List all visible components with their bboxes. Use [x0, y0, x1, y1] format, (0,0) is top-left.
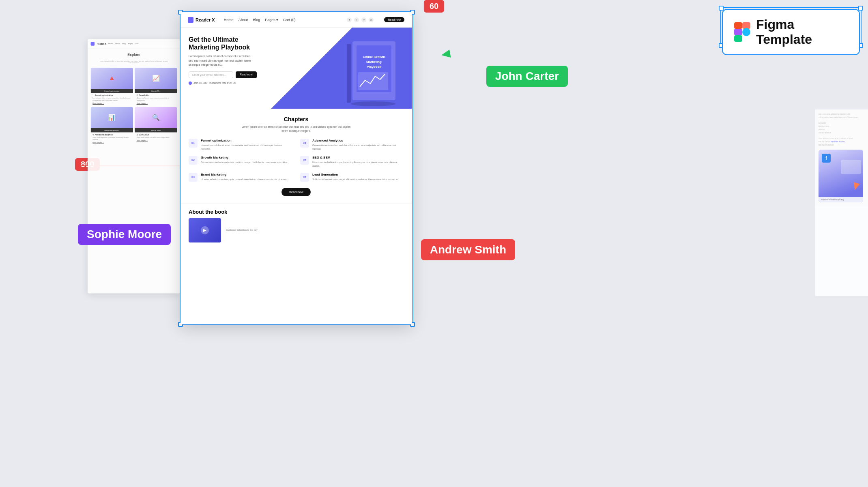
chapter-icon-5: 05 — [300, 156, 309, 165]
chapter-item-6: 06 Lead Generation Sollicitudin laoreet … — [300, 173, 404, 182]
bg-left-brand: Reader X — [97, 43, 106, 45]
bg-left-card-4: 🔍 SEO & SEM 5. SEO & SEM Justo morbi est… — [135, 107, 177, 145]
social-linkedin: in — [369, 17, 374, 22]
bg-right-content: arcu-arcu-urus adipiscing praesent velit… — [815, 109, 868, 206]
nav-cta-button[interactable]: Read now — [384, 17, 404, 22]
chapter-item-4: 04 Advanced Analytics Omare elementum di… — [300, 139, 404, 151]
bg-left-card-2: 📈 Growth M... 2. Growth Ma... Aliquet ni… — [135, 68, 177, 105]
svg-rect-2 — [734, 29, 742, 35]
main-page-nav-links[interactable]: Home About Blog Pages ▾ Cart (0) — [224, 18, 296, 22]
collab-label-andrew: Andrew Smith — [421, 239, 515, 260]
collab-label-john: John Carter — [486, 66, 568, 87]
chapter-icon-3: 03 — [189, 173, 198, 182]
figma-template-badge: Figma Template — [722, 9, 860, 55]
social-youtube: y — [361, 17, 366, 22]
svg-text:Ultime Growth: Ultime Growth — [363, 55, 385, 59]
svg-text:Playbook: Playbook — [367, 65, 381, 69]
bg-left-explore-sub: Lorem ipsum dolor sit amet consectetur o… — [88, 60, 180, 64]
svg-point-4 — [742, 28, 750, 36]
bg-left-nav: Reader X Home About Blog Pages Cart — [88, 39, 180, 49]
hero-left: Get the UltimateMarketing Playbook Lorem… — [189, 36, 343, 109]
chapter-content-2: Growth Marketing Consectetur molestie vu… — [201, 156, 288, 168]
hero-email-input[interactable]: Enter your email address... — [189, 71, 233, 78]
svg-text:Marketing: Marketing — [366, 60, 382, 64]
chapter-icon-4: 04 — [300, 139, 309, 148]
hero-title: Get the UltimateMarketing Playbook — [189, 36, 343, 51]
chapters-cta-button[interactable]: Read now — [281, 188, 311, 196]
figma-badge-label: Figma Template — [756, 17, 848, 47]
svg-rect-1 — [742, 22, 750, 29]
brand-icon — [188, 17, 193, 23]
selection-handle-figma-tl[interactable] — [719, 6, 724, 11]
main-page-nav: Reader X Home About Blog Pages ▾ Cart (0… — [180, 12, 412, 28]
bg-left-card-1: 🔺 Funnel optimization 1. Funnel optimiza… — [91, 68, 133, 105]
chapters-grid: 01 Funnel optimization Lorem ipsum dolor… — [189, 139, 404, 182]
chapters-title: Chapters — [189, 116, 404, 122]
bg-page-left: Reader X Home About Blog Pages Cart Expl… — [88, 39, 180, 294]
bg-left-card-1-title: 1. Funnel optimization — [91, 93, 133, 97]
chapter-item-1: 01 Funnel optimization Lorem ipsum dolor… — [189, 139, 292, 151]
book-illustration: Ultime Growth Marketing Playbook — [343, 36, 404, 113]
hero-right: Ultime Growth Marketing Playbook — [343, 36, 404, 109]
about-title: About the book — [189, 209, 404, 215]
bg-left-explore-title: Explore — [88, 48, 180, 60]
cursor-arrow-green — [440, 49, 451, 59]
chapter-item-3: 03 Brand Marketing Ut enim ad minim veni… — [189, 173, 292, 182]
bg-left-card-3-title: 4. Advanced analytics — [91, 133, 133, 137]
selection-handle-figma-tr[interactable] — [858, 6, 863, 11]
svg-rect-11 — [358, 72, 388, 90]
measurement-badge-top: 60 — [424, 0, 444, 13]
social-facebook: f — [347, 17, 352, 22]
chapter-content-1: Funnel optimization Lorem ipsum dolor si… — [201, 139, 292, 151]
svg-rect-0 — [734, 22, 742, 29]
chapter-content-4: Advanced Analytics Omare elementum diam … — [312, 139, 404, 151]
bg-left-card-3-label: Advanced Analytics — [91, 128, 133, 132]
bg-left-card-4-label: SEO & SEM — [135, 128, 177, 132]
main-page: Reader X Home About Blog Pages ▾ Cart (0… — [180, 12, 412, 324]
social-icons: f t y in — [347, 17, 374, 22]
chapter-content-3: Brand Marketing Ut enim ad minim veniam,… — [201, 173, 288, 182]
hero-input-row: Enter your email address... Read now — [189, 71, 343, 78]
social-twitter: t — [354, 17, 359, 22]
chapter-content-6: Lead Generation Sollicitudin laoreet rut… — [312, 173, 398, 182]
chapters-cta: Read now — [189, 187, 404, 196]
chapter-icon-1: 01 — [189, 139, 198, 148]
hero-trust: ✓ Join 10,000+ marketers that trust us — [189, 82, 343, 85]
hero-description: Lorem ipsum dolor sit amet consectetur o… — [189, 54, 254, 67]
chapter-icon-6: 06 — [300, 173, 309, 182]
chapter-icon-2: 02 — [189, 156, 198, 165]
svg-rect-3 — [734, 35, 742, 42]
hero-read-now-button[interactable]: Read now — [236, 71, 257, 78]
bg-left-card-3: 📊 Advanced Analytics 4. Advanced analyti… — [91, 107, 133, 145]
main-page-brand: Reader X — [188, 17, 215, 23]
bg-left-card-4-title: 5. SEO & SEM — [135, 133, 177, 137]
about-description: Customer retention is the key — [226, 228, 404, 232]
bg-right-card-text: Customer retention is the key — [821, 199, 861, 201]
chapters-subtitle: Lorem ipsum dolor sit amet consectetur o… — [239, 125, 353, 133]
bg-left-card-2-label: Growth M... — [135, 89, 177, 93]
figma-icon — [734, 22, 750, 42]
canvas: 60 800 Figma Template Reader X Home Abou… — [0, 0, 868, 487]
chapter-content-5: SEO & SEM Ut enim enim habitant imperdie… — [312, 156, 404, 168]
collab-label-sophie: Sophie Moore — [78, 224, 171, 245]
chapter-item-2: 02 Growth Marketing Consectetur molestie… — [189, 156, 292, 168]
chapters-section: Chapters Lorem ipsum dolor sit amet cons… — [180, 109, 412, 204]
about-section: About the book ▶ Customer retention is t… — [180, 204, 412, 247]
main-page-hero: Get the UltimateMarketing Playbook Lorem… — [180, 28, 412, 109]
bg-page-right: arcu-arcu-urus adipiscing praesent velit… — [815, 109, 868, 296]
chapter-item-5: 05 SEO & SEM Ut enim enim habitant imper… — [300, 156, 404, 168]
svg-point-13 — [351, 101, 395, 106]
svg-rect-12 — [347, 44, 351, 103]
bg-left-cards: 🔺 Funnel optimization 1. Funnel optimiza… — [88, 68, 180, 145]
bg-left-card-2-title: 2. Growth Ma... — [135, 93, 177, 97]
bg-left-card-1-label: Funnel optimization — [91, 89, 133, 93]
